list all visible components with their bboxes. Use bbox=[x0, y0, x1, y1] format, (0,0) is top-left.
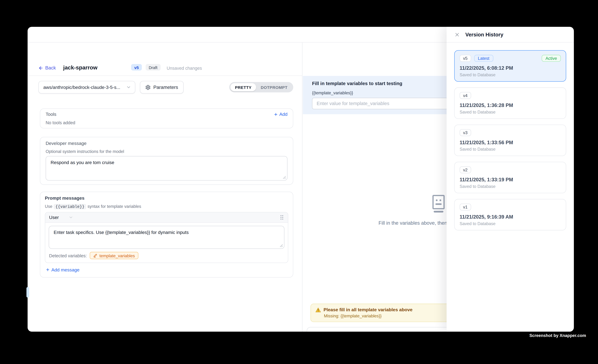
template-variable-chip[interactable]: template_variables bbox=[90, 252, 138, 259]
version-number-badge: v5 bbox=[460, 55, 471, 62]
tools-empty-text: No tools added bbox=[46, 120, 288, 125]
watermark-text: Screenshot by Xnapper.com bbox=[529, 333, 586, 338]
version-date: 11/21/2025, 9:16:39 AM bbox=[460, 214, 561, 220]
plus-icon bbox=[274, 112, 278, 116]
version-card[interactable]: v1 11/21/2025, 9:16:39 AM Saved to Datab… bbox=[454, 199, 566, 230]
subtitle-prefix: Use bbox=[45, 204, 52, 209]
tools-card: Tools Add No tools added bbox=[40, 108, 293, 128]
page-title: jack-sparrow bbox=[63, 64, 98, 71]
drag-handle-icon[interactable] bbox=[279, 215, 284, 220]
unsaved-changes-label: Unsaved changes bbox=[167, 66, 202, 71]
app-window: Back jack-sparrow v5 Draft Unsaved chang… bbox=[28, 27, 574, 331]
add-tool-button[interactable]: Add bbox=[274, 112, 288, 117]
draft-badge: Draft bbox=[146, 64, 160, 71]
parameters-label: Parameters bbox=[153, 84, 178, 90]
active-badge: Active bbox=[542, 55, 561, 62]
version-card[interactable]: v4 11/21/2025, 1:36:28 PM Saved to Datab… bbox=[454, 87, 566, 119]
plus-icon bbox=[46, 268, 50, 272]
developer-message-subtitle: Optional system instructions for the mod… bbox=[46, 149, 288, 154]
prompt-editor-column: Back jack-sparrow v5 Draft Unsaved chang… bbox=[28, 42, 302, 331]
version-number-badge: v2 bbox=[460, 166, 471, 173]
parameters-button[interactable]: Parameters bbox=[140, 81, 183, 93]
chevron-down-icon bbox=[126, 85, 131, 90]
message-header: User bbox=[45, 212, 288, 223]
version-date: 11/21/2025, 1:33:19 PM bbox=[460, 177, 561, 182]
prompt-messages-subtitle: Use {{variable}} syntax for template var… bbox=[45, 204, 288, 209]
prompt-messages-card: Prompt messages Use {{variable}} syntax … bbox=[40, 192, 293, 278]
add-message-button[interactable]: Add message bbox=[46, 267, 80, 272]
version-status: Saved to Database bbox=[460, 110, 561, 114]
version-history-title: Version History bbox=[465, 32, 503, 37]
resize-grip-icon[interactable] bbox=[279, 244, 283, 247]
bot-face-icon bbox=[430, 194, 447, 213]
toggle-pretty[interactable]: PRETTY bbox=[230, 83, 256, 91]
version-status: Saved to Database bbox=[460, 221, 561, 226]
role-select[interactable]: User bbox=[49, 215, 73, 220]
prompt-messages-title: Prompt messages bbox=[45, 195, 288, 201]
version-card[interactable]: v3 11/21/2025, 1:33:56 PM Saved to Datab… bbox=[454, 125, 566, 156]
resize-grip-icon[interactable] bbox=[282, 176, 286, 179]
version-date: 11/22/2025, 6:08:12 PM bbox=[460, 65, 561, 71]
page-header: Back jack-sparrow v5 Draft Unsaved chang… bbox=[28, 42, 302, 76]
edge-notification-sliver bbox=[26, 287, 29, 298]
version-history-header: Version History bbox=[447, 27, 574, 42]
version-number-badge: v1 bbox=[460, 204, 471, 211]
version-badge: v5 bbox=[131, 64, 142, 71]
version-status: Saved to Database bbox=[460, 184, 561, 189]
add-message-label: Add message bbox=[51, 267, 80, 272]
arrow-left-icon bbox=[38, 65, 43, 70]
editor-cards: Tools Add No tools added Developer messa… bbox=[28, 108, 302, 278]
pencil-icon bbox=[93, 253, 98, 257]
close-icon[interactable] bbox=[454, 32, 460, 37]
version-card[interactable]: v5 Latest Active 11/22/2025, 6:08:12 PM … bbox=[454, 50, 566, 82]
version-date: 11/21/2025, 1:36:28 PM bbox=[460, 102, 561, 108]
developer-message-title: Developer message bbox=[46, 141, 288, 146]
subtitle-suffix: syntax for template variables bbox=[88, 204, 141, 209]
latest-badge: Latest bbox=[474, 55, 493, 62]
gear-icon bbox=[145, 84, 150, 90]
developer-message-textarea[interactable]: Respond as you are tom cruise bbox=[46, 156, 288, 181]
screenshot-stage: Back jack-sparrow v5 Draft Unsaved chang… bbox=[0, 0, 598, 364]
version-status: Saved to Database bbox=[460, 73, 561, 77]
warning-title: Please fill in all template variables ab… bbox=[324, 307, 413, 312]
model-select-value: aws/anthropic/bedrock-claude-3-5-s... bbox=[43, 84, 126, 90]
tools-title: Tools bbox=[46, 112, 56, 117]
version-number-badge: v4 bbox=[460, 92, 471, 99]
role-select-value: User bbox=[49, 215, 59, 220]
developer-message-card: Developer message Optional system instru… bbox=[40, 137, 293, 185]
version-status: Saved to Database bbox=[460, 147, 561, 151]
chevron-down-icon bbox=[69, 215, 73, 220]
message-block: User Enter task specifics. Use {{templat… bbox=[45, 212, 288, 263]
back-button[interactable]: Back bbox=[38, 65, 56, 70]
version-number-badge: v3 bbox=[460, 129, 471, 136]
editor-toolbar: aws/anthropic/bedrock-claude-3-5-s... Pa… bbox=[28, 81, 302, 93]
message-textarea[interactable]: Enter task specifics. Use {{template_var… bbox=[49, 226, 284, 249]
warning-triangle-icon bbox=[316, 307, 321, 312]
format-toggle: PRETTY DOTPROMPT bbox=[229, 82, 293, 92]
back-label: Back bbox=[45, 65, 56, 70]
detected-variables-row: Detected variables: template_variables bbox=[45, 249, 288, 263]
version-history-panel: Version History v5 Latest Active 11/22/2… bbox=[447, 27, 574, 331]
version-date: 11/21/2025, 1:33:56 PM bbox=[460, 140, 561, 145]
version-card[interactable]: v2 11/21/2025, 1:33:19 PM Saved to Datab… bbox=[454, 162, 566, 193]
toggle-dotprompt[interactable]: DOTPROMPT bbox=[256, 83, 292, 91]
model-select[interactable]: aws/anthropic/bedrock-claude-3-5-s... bbox=[38, 81, 135, 93]
version-list: v5 Latest Active 11/22/2025, 6:08:12 PM … bbox=[447, 42, 574, 244]
template-variable-chip-label: template_variables bbox=[100, 253, 135, 258]
detected-variables-label: Detected variables: bbox=[49, 253, 87, 258]
variable-syntax-chip: {{variable}} bbox=[54, 204, 86, 209]
add-tool-label: Add bbox=[279, 112, 287, 117]
